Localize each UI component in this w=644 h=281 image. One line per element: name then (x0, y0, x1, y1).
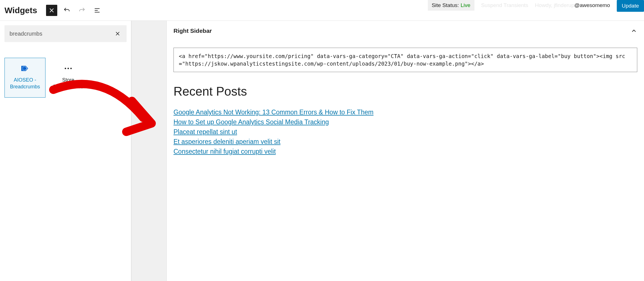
post-link[interactable]: How to Set up Google Analytics Social Me… (173, 118, 329, 126)
redo-button[interactable] (76, 5, 88, 16)
suspend-transients-link[interactable]: Suspend Transients (481, 0, 528, 11)
block-label: Store Breadcrumbs (48, 77, 88, 90)
redo-icon (78, 7, 86, 14)
toolbar (46, 5, 103, 16)
block-label: AIOSEO - Breadcrumbs (5, 77, 45, 90)
update-button[interactable]: Update (617, 0, 644, 12)
block-inserter-panel: AIOSEO - Breadcrumbs Store Breadcrumbs (0, 21, 131, 281)
list-item: Placeat repellat sint ut (173, 128, 637, 136)
list-item: Et asperiores deleniti aperiam velit sit (173, 138, 637, 146)
editor-topbar: Widgets Site Status: Live Suspend Transi… (0, 0, 644, 21)
list-icon (93, 7, 101, 14)
block-store-breadcrumbs[interactable]: Store Breadcrumbs (48, 58, 89, 98)
recent-posts-heading: Recent Posts (173, 84, 637, 98)
list-item: How to Set up Google Analytics Social Me… (173, 118, 637, 126)
main-layout: AIOSEO - Breadcrumbs Store Breadcrumbs R… (0, 21, 644, 281)
undo-icon (63, 7, 70, 14)
post-link[interactable]: Consectetur nihil fugiat corrupti velit (173, 148, 276, 155)
layout-gutter (131, 21, 167, 281)
site-status-badge: Site Status: Live (428, 0, 474, 11)
post-link[interactable]: Et asperiores deleniti aperiam velit sit (173, 138, 280, 145)
block-search-input[interactable] (10, 31, 114, 37)
svg-point-1 (68, 68, 69, 69)
recent-posts-list: Google Analytics Not Working: 13 Common … (173, 109, 637, 155)
undo-button[interactable] (61, 5, 72, 16)
clear-search-button[interactable] (114, 30, 122, 38)
close-button[interactable] (46, 5, 57, 16)
ellipsis-icon (64, 65, 72, 72)
site-status-value: Live (461, 2, 471, 8)
widget-area-header[interactable]: Right Sidebar (173, 27, 637, 34)
page-title: Widgets (4, 6, 37, 15)
post-link[interactable]: Google Analytics Not Working: 13 Common … (173, 109, 373, 116)
widget-area-title: Right Sidebar (173, 27, 212, 34)
post-link[interactable]: Placeat repellat sint ut (173, 128, 237, 135)
document-overview-button[interactable] (92, 5, 103, 16)
topbar-right: Site Status: Live Suspend Transients How… (428, 0, 644, 11)
widget-area-panel: Right Sidebar <a href="https://www.yours… (167, 21, 644, 281)
list-item: Google Analytics Not Working: 13 Common … (173, 109, 637, 116)
close-icon (115, 31, 120, 36)
close-icon (49, 7, 55, 13)
howdy-greeting: Howdy, jfinderup@awesomemo (535, 0, 610, 11)
aioseo-icon (21, 65, 29, 72)
svg-point-0 (65, 68, 66, 69)
block-search-row (4, 25, 127, 42)
svg-point-2 (70, 68, 72, 69)
chevron-up-icon (631, 27, 637, 34)
blocks-grid: AIOSEO - Breadcrumbs Store Breadcrumbs (4, 58, 127, 98)
block-aioseo-breadcrumbs[interactable]: AIOSEO - Breadcrumbs (4, 58, 45, 98)
site-status-label: Site Status: (432, 2, 459, 8)
list-item: Consectetur nihil fugiat corrupti velit (173, 148, 637, 155)
collapse-toggle[interactable] (631, 27, 637, 34)
custom-html-block[interactable]: <a href="https://www.yoursite.com/pricin… (173, 48, 637, 72)
